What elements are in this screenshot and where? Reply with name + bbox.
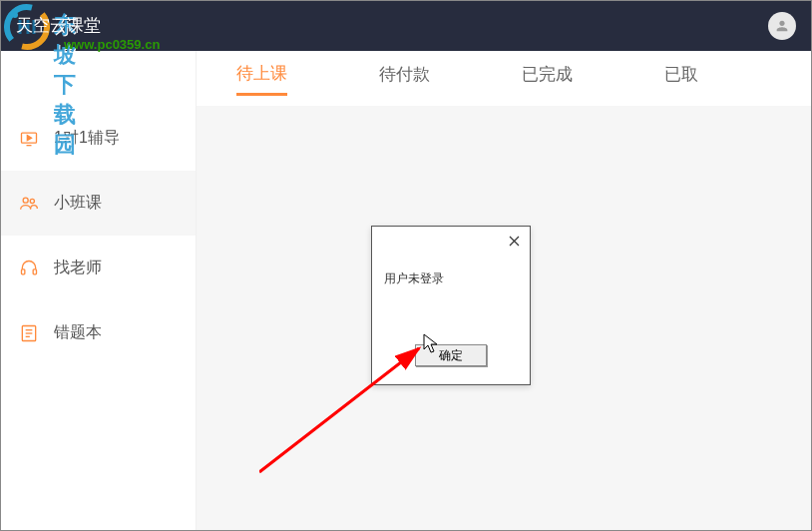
tabs: 待上课 待付款 已完成 已取	[197, 51, 812, 106]
content: 用户未登录 确定	[197, 106, 812, 531]
user-icon	[774, 18, 790, 34]
sidebar-item-mistakes[interactable]: 错题本	[0, 300, 196, 365]
close-icon	[509, 236, 520, 247]
svg-point-6	[30, 199, 34, 203]
close-button[interactable]	[506, 233, 522, 249]
play-box-icon	[18, 128, 40, 150]
tab-cancelled[interactable]: 已取	[664, 63, 698, 94]
avatar[interactable]	[768, 12, 796, 40]
sidebar-item-label: 找老师	[54, 258, 102, 278]
tab-pending-payment[interactable]: 待付款	[379, 63, 430, 94]
app-title: 天空云课堂	[16, 14, 101, 37]
svg-rect-8	[33, 268, 36, 273]
sidebar-item-label: 1对1辅导	[54, 128, 120, 149]
login-dialog: 用户未登录 确定	[371, 226, 531, 385]
main-area: 待上课 待付款 已完成 已取 用户未登录 确定	[197, 51, 812, 531]
sidebar-item-smallclass[interactable]: 小班课	[0, 171, 196, 236]
sidebar-item-label: 错题本	[54, 322, 102, 343]
sidebar-item-label: 小班课	[54, 193, 102, 214]
confirm-button[interactable]: 确定	[415, 344, 487, 366]
svg-rect-7	[22, 268, 25, 273]
header: 天空云课堂	[0, 0, 812, 51]
notebook-icon	[18, 322, 40, 344]
svg-point-5	[23, 198, 28, 203]
headset-icon	[18, 258, 40, 279]
sidebar-item-findteacher[interactable]: 找老师	[0, 236, 196, 300]
group-icon	[18, 193, 40, 215]
sidebar-item-tutoring[interactable]: 1对1辅导	[0, 106, 196, 171]
tab-completed[interactable]: 已完成	[522, 63, 573, 94]
sidebar: 1对1辅导 小班课 找老师 错题本	[0, 51, 197, 531]
tab-pending-class[interactable]: 待上课	[236, 62, 287, 96]
